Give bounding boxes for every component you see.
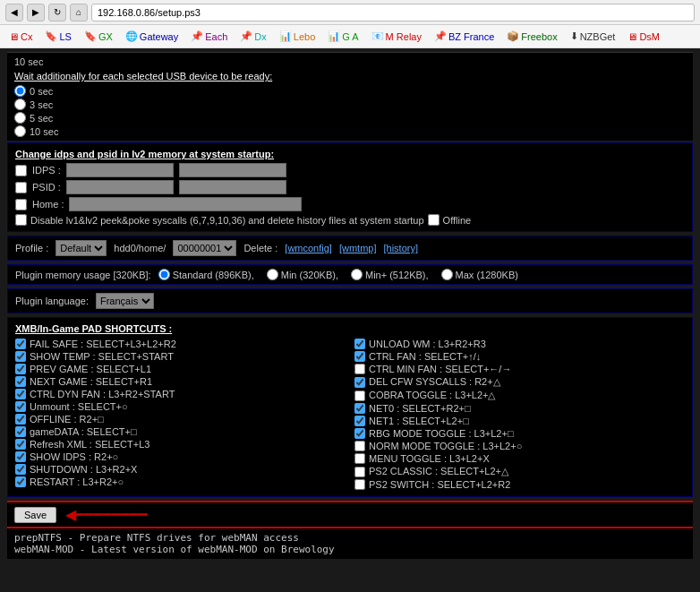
shortcut-ps2-switch-checkbox[interactable]	[354, 479, 365, 490]
usb-radio-0[interactable]	[14, 85, 26, 97]
shortcut-ctrl-min-fan-checkbox[interactable]	[354, 364, 365, 374]
bookmark-ga[interactable]: 📊 G A	[322, 29, 363, 44]
profile-select[interactable]: Default	[55, 240, 107, 256]
history-link[interactable]: [history]	[383, 243, 418, 253]
plugin-standard-radio[interactable]	[158, 269, 170, 280]
dsm-icon: 🖥	[627, 31, 637, 42]
bookmark-cx[interactable]: 🖥 Cx	[4, 30, 38, 44]
shortcut-refresh-xml-checkbox[interactable]	[15, 439, 26, 450]
shortcut-cobra-toggle: COBRA TOGGLE : L3+L2+△	[354, 389, 685, 402]
shortcut-shutdown-checkbox[interactable]	[15, 464, 26, 475]
home-button[interactable]: ⌂	[70, 4, 88, 21]
shortcuts-section: XMB/In-Game PAD SHORTCUTS : FAIL SAFE : …	[7, 317, 693, 497]
shortcut-net0: NET0 : SELECT+R2+□	[354, 402, 685, 415]
shortcut-prev-game-checkbox[interactable]	[15, 364, 26, 374]
idps-input-2[interactable]	[179, 163, 286, 177]
shortcut-menu-toggle-checkbox[interactable]	[354, 453, 365, 464]
shortcut-ctrl-dyn-fan-checkbox[interactable]	[15, 389, 26, 399]
shortcut-show-idps-checkbox[interactable]	[15, 451, 26, 462]
idps-checkbox[interactable]	[15, 165, 27, 176]
psid-input-1[interactable]	[66, 180, 174, 194]
bookmark-freebox[interactable]: 📦 Freebox	[501, 29, 562, 44]
offline-checkbox[interactable]	[428, 214, 440, 226]
shortcut-norm-mode-checkbox[interactable]	[354, 441, 365, 451]
plugin-memory-row: Plugin memory usage [320KB]: Standard (8…	[7, 264, 693, 285]
home-checkbox[interactable]	[15, 199, 27, 210]
usb-radio-3[interactable]	[14, 99, 26, 110]
shortcut-offline: OFFLINE : R2+□	[15, 413, 346, 425]
forward-button[interactable]: ▶	[27, 4, 45, 21]
bookmark-gateway[interactable]: 🌐 Gateway	[120, 29, 184, 44]
bookmark-dx[interactable]: 📌 Dx	[235, 29, 271, 44]
shortcut-rbg-mode-checkbox[interactable]	[354, 428, 365, 439]
home-input[interactable]	[69, 197, 302, 211]
shortcut-refresh-xml: Refresh XML : SELECT+L3	[15, 438, 346, 450]
usb-option-5[interactable]: 5 sec	[14, 112, 686, 124]
shortcut-ps2-classic-checkbox[interactable]	[354, 467, 365, 477]
shortcut-prev-game: PREV GAME : SELECT+L1	[15, 363, 346, 375]
shortcut-shutdown: SHUTDOWN : L3+R2+X	[15, 463, 346, 476]
usb-radio-10[interactable]	[14, 125, 26, 137]
plugin-min-radio[interactable]	[267, 269, 278, 280]
plugin-max-radio[interactable]	[441, 269, 453, 280]
shortcut-show-temp-checkbox[interactable]	[15, 351, 26, 362]
path-select[interactable]: 00000001	[173, 240, 236, 256]
home-label: Home :	[32, 199, 64, 210]
bookmark-bz[interactable]: 📌 BZ France	[429, 29, 499, 44]
offline-label: Offline	[443, 215, 472, 226]
shortcut-net1-checkbox[interactable]	[354, 416, 365, 426]
idps-input-1[interactable]	[66, 163, 174, 177]
save-button[interactable]: Save	[14, 507, 56, 523]
plugin-standard-option[interactable]: Standard (896KB),	[158, 269, 254, 280]
disable-checkbox[interactable]	[15, 214, 27, 226]
psid-input-2[interactable]	[179, 180, 286, 194]
bookmark-each[interactable]: 📌 Each	[185, 29, 233, 44]
language-select[interactable]: Français	[96, 293, 154, 309]
usb-option-0[interactable]: 0 sec	[14, 85, 686, 97]
wmconfig-link[interactable]: [wmconfig]	[285, 243, 332, 253]
bookmark-nzbget[interactable]: ⬇ NZBGet	[565, 29, 621, 44]
plugin-min-option[interactable]: Min (320KB),	[267, 269, 338, 280]
each-icon: 📌	[191, 30, 203, 42]
bookmark-mrelay[interactable]: 📧 M Relay	[366, 29, 427, 44]
shortcut-fail-safe-checkbox[interactable]	[15, 339, 26, 349]
plugin-minplus-option[interactable]: Min+ (512KB),	[351, 269, 429, 280]
back-button[interactable]: ◀	[5, 4, 23, 21]
shortcut-restart-checkbox[interactable]	[15, 476, 26, 487]
shortcut-del-cfw: DEL CFW SYSCALLS : R2+△	[354, 375, 685, 389]
usb-option-3[interactable]: 3 sec	[14, 99, 686, 110]
bz-icon: 📌	[434, 30, 447, 42]
shortcuts-left-col: FAIL SAFE : SELECT+L3+L2+R2 SHOW TEMP : …	[15, 338, 346, 491]
reload-button[interactable]: ↻	[48, 4, 66, 21]
usb-radio-5[interactable]	[14, 112, 26, 124]
shortcut-next-game: NEXT GAME : SELECT+R1	[15, 375, 346, 388]
mrelay-icon: 📧	[371, 30, 384, 42]
usb-radio-group: 0 sec 3 sec 5 sec 10 sec	[14, 85, 686, 137]
shortcut-unload-wm-checkbox[interactable]	[354, 339, 365, 349]
bookmarks-bar: 🖥 Cx 🔖 LS 🔖 GX 🌐 Gateway 📌 Each 📌 Dx 📊 L…	[0, 25, 700, 48]
bookmark-gx[interactable]: 🔖 GX	[79, 29, 118, 44]
usb-option-10[interactable]: 10 sec	[14, 125, 686, 137]
shortcut-unmount-checkbox[interactable]	[15, 401, 26, 412]
psid-label: PSID :	[32, 182, 61, 193]
bookmark-lebo[interactable]: 📊 Lebo	[274, 29, 320, 44]
shortcut-ctrl-fan-checkbox[interactable]	[354, 351, 365, 362]
psid-checkbox[interactable]	[15, 182, 27, 193]
shortcut-next-game-checkbox[interactable]	[15, 376, 26, 387]
shortcut-del-cfw-checkbox[interactable]	[354, 377, 365, 388]
shortcut-net0-checkbox[interactable]	[354, 403, 365, 414]
plugin-minplus-radio[interactable]	[351, 269, 363, 280]
psid-row: PSID :	[15, 180, 685, 194]
url-bar[interactable]	[91, 4, 695, 21]
shortcut-gamedata-checkbox[interactable]	[15, 426, 26, 437]
freebox-icon: 📦	[507, 30, 519, 42]
shortcuts-title: XMB/In-Game PAD SHORTCUTS :	[15, 323, 685, 334]
bookmark-dsm[interactable]: 🖥 DsM	[622, 30, 665, 44]
wmtmp-link[interactable]: [wmtmp]	[339, 243, 377, 253]
language-label: Plugin language:	[15, 296, 89, 306]
bookmark-ls[interactable]: 🔖 LS	[39, 29, 76, 44]
shortcut-offline-checkbox[interactable]	[15, 414, 26, 425]
plugin-max-option[interactable]: Max (1280KB)	[441, 269, 518, 280]
shortcut-cobra-toggle-checkbox[interactable]	[354, 390, 365, 401]
idps-section-title: Change idps and psid in lv2 memory at sy…	[15, 149, 685, 159]
